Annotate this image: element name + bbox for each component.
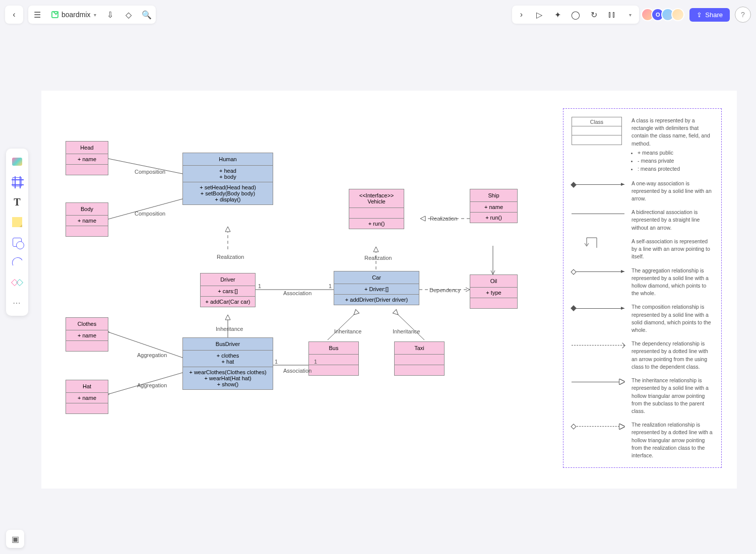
class-taxi[interactable]: Taxi bbox=[394, 341, 445, 376]
class-hat[interactable]: Hat + name bbox=[66, 380, 108, 414]
mult-label: 1 bbox=[275, 359, 278, 365]
download-icon[interactable]: ⇩ bbox=[101, 6, 119, 24]
more-chevron-icon[interactable]: ▾ bbox=[621, 6, 639, 24]
class-busdriver[interactable]: BusDriver + clothes+ hat + wearClothes(C… bbox=[182, 337, 273, 390]
share-icon: ⇪ bbox=[697, 11, 702, 19]
legend-class-icon: Class bbox=[572, 117, 622, 145]
back-button[interactable]: ‹ bbox=[5, 6, 23, 24]
tag-icon[interactable]: ◇ bbox=[119, 6, 138, 24]
search-icon[interactable]: 🔍 bbox=[138, 6, 156, 24]
app-name: boardmix bbox=[61, 11, 91, 19]
rel-label: Composition bbox=[135, 211, 165, 217]
rel-label: Realization bbox=[217, 254, 244, 260]
rel-label: Inheritance bbox=[393, 328, 420, 334]
connector-tool[interactable] bbox=[8, 273, 26, 292]
sparkle-icon[interactable]: ✦ bbox=[548, 6, 566, 24]
avatar bbox=[671, 8, 684, 21]
menu-button[interactable]: ☰ bbox=[28, 6, 46, 24]
class-body[interactable]: Body + name bbox=[66, 202, 108, 237]
comment-icon[interactable]: ◯ bbox=[566, 6, 585, 24]
rel-label: Inheritance bbox=[216, 326, 243, 332]
svg-line-10 bbox=[328, 315, 354, 340]
minimap-button[interactable]: ▣ bbox=[6, 530, 24, 548]
class-car[interactable]: Car + Driver:[] + addDriver(Driver drive… bbox=[334, 271, 419, 305]
more-tools[interactable]: ⋯ bbox=[8, 294, 26, 312]
svg-line-11 bbox=[398, 315, 424, 340]
class-head[interactable]: Head + name bbox=[66, 141, 108, 175]
mult-label: 1 bbox=[258, 283, 261, 289]
brand-logo-icon bbox=[51, 11, 58, 18]
mult-label: 1 bbox=[329, 283, 332, 289]
class-driver[interactable]: Driver + cars:[] + addCar(Car car) bbox=[200, 273, 256, 307]
canvas[interactable]: Head + name Body + name Human + head+ bo… bbox=[41, 91, 737, 489]
text-tool[interactable]: T bbox=[8, 193, 26, 211]
rel-label: Realization bbox=[430, 216, 457, 222]
file-menu[interactable]: boardmix ▾ bbox=[46, 11, 101, 19]
history-icon[interactable]: ↻ bbox=[585, 6, 603, 24]
class-clothes[interactable]: Clothes + name bbox=[66, 317, 108, 352]
rel-label: Association bbox=[283, 290, 311, 296]
side-toolbar: T ⋯ bbox=[6, 149, 28, 316]
share-button[interactable]: ⇪ Share bbox=[689, 8, 730, 22]
rel-label: Association bbox=[283, 368, 311, 374]
rel-label: Dependency bbox=[429, 287, 461, 293]
shape-tool[interactable] bbox=[8, 233, 26, 251]
templates-tool[interactable] bbox=[8, 153, 26, 171]
chevron-down-icon: ▾ bbox=[94, 12, 96, 18]
rel-label: Aggregation bbox=[137, 352, 167, 358]
mult-label: 1 bbox=[314, 359, 317, 365]
line-tool[interactable] bbox=[8, 253, 26, 271]
class-ship[interactable]: Ship + name + run() bbox=[470, 189, 518, 223]
expand-icon[interactable]: › bbox=[512, 6, 530, 24]
rel-label: Realization bbox=[364, 255, 392, 261]
stats-icon[interactable]: ⫿⫿ bbox=[603, 6, 621, 24]
rel-label: Composition bbox=[135, 169, 165, 175]
class-human[interactable]: Human + head+ body + setHead(Head head)+… bbox=[182, 153, 273, 205]
legend-panel: Class A class is represented by a rectan… bbox=[563, 108, 722, 468]
collaborator-avatars[interactable]: O bbox=[644, 8, 684, 21]
help-button[interactable]: ? bbox=[735, 7, 751, 23]
rel-label: Aggregation bbox=[137, 382, 167, 388]
play-icon[interactable]: ▷ bbox=[530, 6, 548, 24]
class-oil[interactable]: Oil + type bbox=[470, 274, 518, 309]
class-vehicle[interactable]: <<Interface>>Vehicle + run() bbox=[349, 189, 404, 229]
frame-tool[interactable] bbox=[8, 173, 26, 191]
rel-label: Inheritance bbox=[334, 328, 361, 334]
sticky-note-tool[interactable] bbox=[8, 213, 26, 231]
